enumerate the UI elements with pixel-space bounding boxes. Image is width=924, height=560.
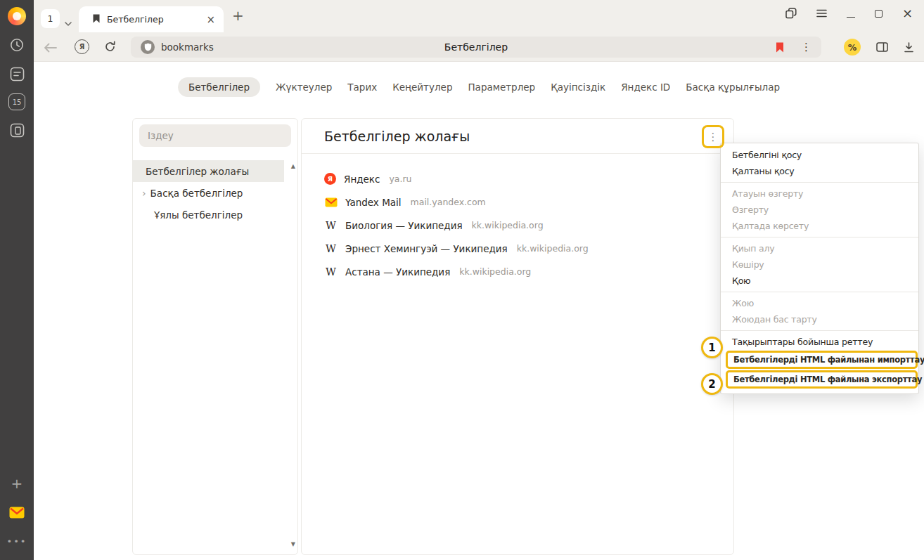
back-icon[interactable] bbox=[44, 42, 57, 56]
tab-downloads[interactable]: Жүктеулер bbox=[276, 77, 332, 97]
yandex-browser-logo-icon[interactable] bbox=[8, 7, 26, 25]
tab-settings[interactable]: Параметрлер bbox=[468, 77, 535, 97]
yandex-favicon: Я bbox=[324, 173, 336, 185]
menu-item-edit: Өзгерту bbox=[721, 202, 918, 218]
address-bar[interactable]: bookmarks Бетбелгілер ⋮ bbox=[131, 37, 821, 58]
percent-badge-icon[interactable]: % bbox=[844, 39, 861, 56]
menu-item-paste[interactable]: Қою bbox=[721, 273, 918, 289]
bookmark-list: Я Яндекс ya.ru Yandex Mail mail.yandex.c… bbox=[302, 154, 733, 297]
page-title: Бетбелгілер bbox=[131, 41, 821, 53]
bookmark-row[interactable]: W Эрнест Хемингуэй — Уикипедия kk.wikipe… bbox=[324, 237, 711, 260]
window-controls: × bbox=[785, 6, 913, 21]
tab-title: Бетбелгілер bbox=[107, 14, 164, 25]
settings-nav: Бетбелгілер Жүктеулер Тарих Кеңейтулер П… bbox=[34, 77, 924, 97]
bookmarks-context-menu: Бетбелгіні қосу Қалтаны қосу Атауын өзге… bbox=[720, 143, 919, 394]
menu-item-cut: Қиып алу bbox=[721, 240, 918, 256]
protect-shield-icon[interactable] bbox=[141, 40, 155, 54]
menu-item-delete: Жою bbox=[721, 295, 918, 311]
yandex-mail-icon[interactable] bbox=[8, 503, 26, 521]
bookmark-row[interactable]: W Биология — Уикипедия kk.wikipedia.org bbox=[324, 214, 711, 237]
menu-divider bbox=[721, 237, 918, 237]
annotation-badge-2: 2 bbox=[701, 373, 723, 395]
folder-item-mobile-bookmarks[interactable]: Ұялы бетбелгілер bbox=[133, 204, 284, 226]
folder-item-bookmarks-bar[interactable]: Бетбелгілер жолағы bbox=[133, 160, 284, 182]
folder-label: Басқа бетбелгілер bbox=[150, 188, 243, 199]
browser-toolbar: Я bookmarks Бетбелгілер ⋮ % bbox=[34, 32, 924, 62]
bookmark-title: Астана — Уикипедия bbox=[345, 266, 450, 278]
rail-add-icon[interactable]: + bbox=[8, 474, 26, 493]
scroll-down-icon[interactable]: ▼ bbox=[291, 541, 295, 547]
tab-strip: 1 Бетбелгілер × + × bbox=[34, 0, 924, 32]
menu-item-copy: Көшіру bbox=[721, 256, 918, 273]
mail-favicon bbox=[324, 197, 338, 207]
tab-extensions[interactable]: Кеңейтулер bbox=[392, 77, 452, 97]
tab-yandex-id[interactable]: Яндекс ID bbox=[621, 77, 670, 97]
bookmark-title: Биология — Уикипедия bbox=[345, 220, 463, 231]
close-icon[interactable]: × bbox=[902, 7, 913, 20]
calendar-icon[interactable]: 15 bbox=[8, 93, 25, 110]
bookmark-url: ya.ru bbox=[389, 174, 411, 184]
menu-item-undo-delete: Жоюдан бас тарту bbox=[721, 311, 918, 327]
bookmark-row[interactable]: W Астана — Уикипедия kk.wikipedia.org bbox=[324, 260, 711, 283]
bookmark-title: Yandex Mail bbox=[345, 197, 402, 208]
menu-item-add-folder[interactable]: Қалтаны қосу bbox=[721, 163, 918, 179]
bookmark-row[interactable]: Yandex Mail mail.yandex.com bbox=[324, 190, 711, 214]
history-icon[interactable] bbox=[8, 36, 26, 54]
tab-security[interactable]: Қауіпсіздік bbox=[551, 77, 605, 97]
menu-item-rename: Атауын өзгерту bbox=[721, 185, 918, 202]
calendar-day: 15 bbox=[13, 98, 22, 106]
tab-bookmarks[interactable]: Бетбелгілер bbox=[178, 77, 260, 97]
active-tab[interactable]: Бетбелгілер × bbox=[79, 6, 224, 32]
folder-label: Бетбелгілер жолағы bbox=[146, 166, 249, 177]
feed-icon[interactable] bbox=[8, 65, 26, 83]
tab-close-icon[interactable]: × bbox=[206, 13, 215, 26]
menu-item-add-bookmark[interactable]: Бетбелгіні қосу bbox=[721, 147, 918, 163]
download-icon[interactable] bbox=[904, 42, 914, 53]
menu-divider bbox=[721, 182, 918, 183]
refresh-icon[interactable] bbox=[104, 41, 116, 56]
bookmark-row[interactable]: Я Яндекс ya.ru bbox=[324, 167, 711, 190]
bookmark-flag-icon[interactable] bbox=[776, 42, 784, 53]
bookmarks-panel-title: Бетбелгілер жолағы bbox=[324, 129, 470, 144]
yandex-home-icon[interactable]: Я bbox=[75, 39, 89, 54]
menu-item-sort-by-title[interactable]: Тақырыптары бойынша реттеу bbox=[721, 334, 918, 350]
tab-other-devices[interactable]: Басқа құрылғылар bbox=[686, 77, 780, 97]
annotation-badge-1: 1 bbox=[701, 337, 723, 358]
bookmark-url: kk.wikipedia.org bbox=[472, 220, 544, 230]
tab-groups-icon[interactable] bbox=[785, 8, 797, 19]
menu-icon[interactable] bbox=[816, 9, 827, 18]
panels-icon[interactable] bbox=[876, 42, 888, 52]
toolbar-right: % bbox=[844, 37, 914, 58]
bookmarks-panel: Бетбелгілер жолағы ⋮ Я Яндекс ya.ru Yand… bbox=[301, 118, 734, 555]
tab-counter-button[interactable]: 1 bbox=[41, 9, 60, 28]
bookmark-title: Яндекс bbox=[344, 174, 380, 185]
bookmark-url: kk.wikipedia.org bbox=[517, 243, 589, 254]
menu-item-export-html[interactable]: Бетбелгілерді HTML файлына экспорттау bbox=[726, 370, 918, 389]
panel-menu-icon[interactable]: ⋮ bbox=[708, 131, 719, 143]
chevron-down-icon[interactable] bbox=[65, 15, 72, 29]
search-box[interactable] bbox=[139, 124, 291, 147]
annotation-box-menu-button: ⋮ bbox=[702, 125, 724, 148]
minimize-icon[interactable] bbox=[847, 9, 855, 18]
menu-divider bbox=[721, 330, 918, 331]
bookmark-url: mail.yandex.com bbox=[411, 197, 486, 207]
address-text: bookmarks bbox=[161, 41, 214, 53]
bookmark-icon bbox=[93, 13, 100, 26]
bookmark-url: kk.wikipedia.org bbox=[459, 266, 531, 277]
wikipedia-favicon: W bbox=[324, 266, 338, 278]
bookmark-title: Эрнест Хемингуэй — Уикипедия bbox=[345, 243, 508, 254]
bookmarks-panel-header: Бетбелгілер жолағы ⋮ bbox=[302, 119, 733, 154]
scroll-up-icon[interactable]: ▲ bbox=[291, 163, 295, 169]
maximize-icon[interactable] bbox=[875, 10, 883, 18]
search-input[interactable] bbox=[139, 124, 291, 147]
browser-side-rail: 15 + ••• bbox=[0, 0, 34, 560]
chevron-right-icon[interactable]: › bbox=[142, 188, 146, 198]
rail-more-icon[interactable]: ••• bbox=[8, 532, 26, 550]
tab-history[interactable]: Тарих bbox=[347, 77, 377, 97]
folder-label: Ұялы бетбелгілер bbox=[154, 209, 243, 221]
menu-item-import-html[interactable]: Бетбелгілерді HTML файлынан импорттау bbox=[726, 351, 918, 369]
folder-item-other-bookmarks[interactable]: › Басқа бетбелгілер bbox=[133, 182, 284, 204]
address-menu-icon[interactable]: ⋮ bbox=[801, 41, 811, 53]
devices-icon[interactable] bbox=[8, 121, 26, 139]
new-tab-button[interactable]: + bbox=[232, 7, 244, 24]
